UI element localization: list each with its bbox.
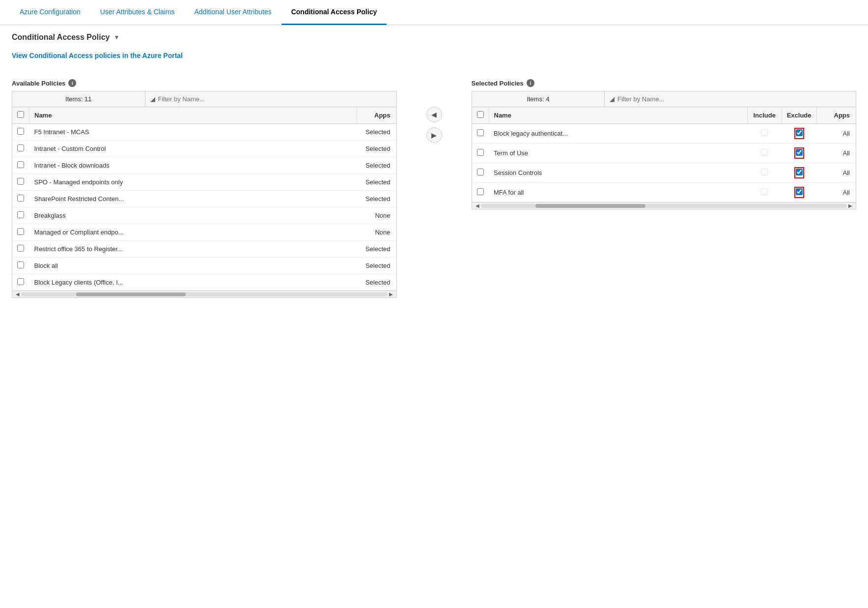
- available-table-row: Intranet - Custom Control Selected: [12, 141, 396, 157]
- available-row-name: Intranet - Custom Control: [29, 141, 357, 157]
- tab-user-attributes[interactable]: User Attributes & Claims: [90, 0, 185, 25]
- section-title-text: Conditional Access Policy: [12, 33, 110, 42]
- available-items-count: Items: 11: [12, 91, 145, 107]
- selected-tbody: Block legacy authenticat... All Term of …: [472, 124, 856, 203]
- available-row-apps: Selected: [357, 274, 396, 291]
- tab-azure-config[interactable]: Azure Configuration: [10, 0, 90, 25]
- selected-table-row: Term of Use All: [472, 144, 856, 163]
- available-row-name: SPO - Managed endpoints only: [29, 174, 357, 191]
- selected-row-include-checkbox[interactable]: [761, 169, 768, 175]
- selected-filter-input[interactable]: [617, 95, 851, 103]
- available-scroll-right-icon[interactable]: ▶: [388, 291, 394, 298]
- selected-row-exclude-checkbox[interactable]: [796, 169, 803, 175]
- selected-scroll-track: [481, 204, 847, 208]
- selected-include-header: Include: [747, 107, 782, 124]
- selected-row-checkbox-cell: [472, 183, 489, 203]
- available-scroll-track: [21, 292, 388, 296]
- available-table-row: Intranet - Block downloads Selected: [12, 157, 396, 174]
- available-row-checkbox[interactable]: [17, 278, 24, 285]
- available-row-name: Intranet - Block downloads: [29, 157, 357, 174]
- transfer-right-button[interactable]: ▶: [426, 127, 442, 143]
- selected-table-wrapper: Items: 4 ◢ Name: [472, 91, 857, 209]
- available-row-apps: Selected: [357, 241, 396, 258]
- selected-filter-area: ◢: [605, 92, 856, 106]
- selected-info-icon[interactable]: i: [527, 79, 534, 87]
- available-row-name: Breakglass: [29, 207, 357, 224]
- available-row-checkbox[interactable]: [17, 228, 24, 235]
- selected-scroll-left-icon[interactable]: ◀: [474, 203, 481, 209]
- selected-row-checkbox-cell: [472, 124, 489, 144]
- azure-portal-link[interactable]: View Conditional Access policies in the …: [12, 52, 183, 59]
- selected-row-include-cell: [747, 183, 782, 203]
- selected-row-include-cell: [747, 163, 782, 183]
- available-row-checkbox-cell: [12, 274, 29, 291]
- available-row-checkbox[interactable]: [17, 261, 24, 268]
- selected-row-include-checkbox[interactable]: [761, 129, 768, 136]
- available-row-apps: None: [357, 207, 396, 224]
- selected-table-row: Session Controls All: [472, 163, 856, 183]
- available-row-apps: Selected: [357, 174, 396, 191]
- available-row-name: Managed or Compliant endpo...: [29, 224, 357, 241]
- available-row-checkbox-cell: [12, 258, 29, 274]
- available-row-checkbox-cell: [12, 174, 29, 191]
- selected-row-checkbox[interactable]: [477, 129, 484, 136]
- available-row-apps: Selected: [357, 258, 396, 274]
- available-table-row: SPO - Managed endpoints only Selected: [12, 174, 396, 191]
- available-row-checkbox[interactable]: [17, 128, 24, 135]
- transfer-buttons-container: ◀ ▶: [426, 107, 442, 143]
- selected-row-include-cell: [747, 124, 782, 144]
- available-row-checkbox-cell: [12, 141, 29, 157]
- tab-conditional-access-policy[interactable]: Conditional Access Policy: [281, 0, 387, 25]
- selected-row-exclude-checkbox[interactable]: [796, 188, 803, 195]
- page-content: Conditional Access Policy ▼ View Conditi…: [0, 25, 868, 306]
- selected-row-checkbox[interactable]: [477, 169, 484, 175]
- available-row-checkbox[interactable]: [17, 178, 24, 185]
- selected-row-exclude-cell: [782, 163, 816, 183]
- available-scroll-left-icon[interactable]: ◀: [14, 291, 21, 298]
- selected-row-exclude-cell: [782, 144, 816, 163]
- available-row-checkbox[interactable]: [17, 145, 24, 151]
- available-row-checkbox[interactable]: [17, 245, 24, 252]
- available-policies-label: Available Policies i: [12, 79, 397, 87]
- available-row-apps: Selected: [357, 124, 396, 141]
- selected-row-include-checkbox[interactable]: [761, 188, 768, 195]
- section-header: Conditional Access Policy ▼: [12, 33, 856, 42]
- selected-table-row: MFA for all All: [472, 183, 856, 203]
- tab-additional-user-attributes[interactable]: Additional User Attributes: [184, 0, 281, 25]
- selected-table: Name Include Exclude Apps Block legacy a…: [472, 107, 856, 202]
- selected-row-exclude-checkbox[interactable]: [796, 149, 803, 156]
- selected-scroll-right-icon[interactable]: ▶: [847, 203, 854, 209]
- dropdown-arrow-icon[interactable]: ▼: [113, 34, 119, 41]
- selected-row-name: Session Controls: [489, 163, 747, 183]
- available-info-icon[interactable]: i: [68, 79, 76, 87]
- selected-row-apps: All: [816, 183, 856, 203]
- available-row-checkbox[interactable]: [17, 195, 24, 202]
- available-row-checkbox[interactable]: [17, 211, 24, 218]
- selected-table-scroll[interactable]: Name Include Exclude Apps Block legacy a…: [472, 107, 856, 202]
- available-row-checkbox-cell: [12, 241, 29, 258]
- selected-policies-panel: Selected Policies i Items: 4 ◢: [472, 79, 857, 209]
- available-table-scroll[interactable]: Name Apps F5 Intranet - MCAS Selected In…: [12, 107, 396, 290]
- available-filter-area: ◢: [145, 92, 396, 106]
- transfer-left-button[interactable]: ◀: [426, 107, 442, 122]
- available-table-row: Breakglass None: [12, 207, 396, 224]
- available-row-checkbox[interactable]: [17, 161, 24, 168]
- available-select-all-checkbox[interactable]: [17, 111, 24, 118]
- selected-select-all-checkbox[interactable]: [477, 111, 484, 118]
- available-filter-input[interactable]: [158, 95, 392, 103]
- available-select-all-col: [12, 107, 29, 124]
- selected-row-exclude-checkbox[interactable]: [796, 129, 803, 136]
- selected-name-header: Name: [489, 107, 747, 124]
- available-row-apps: Selected: [357, 141, 396, 157]
- available-row-name: Restrict office 365 to Register...: [29, 241, 357, 258]
- available-scrollbar[interactable]: ◀ ▶: [12, 290, 396, 297]
- selected-row-include-checkbox[interactable]: [761, 149, 768, 156]
- available-table-row: SharePoint Restricted Conten... Selected: [12, 191, 396, 207]
- selected-policies-label: Selected Policies i: [472, 79, 857, 87]
- available-toolbar: Items: 11 ◢: [12, 91, 396, 107]
- available-row-name: F5 Intranet - MCAS: [29, 124, 357, 141]
- selected-row-checkbox[interactable]: [477, 188, 484, 195]
- available-table-row: Managed or Compliant endpo... None: [12, 224, 396, 241]
- selected-row-checkbox[interactable]: [477, 149, 484, 156]
- selected-scrollbar[interactable]: ◀ ▶: [472, 202, 856, 209]
